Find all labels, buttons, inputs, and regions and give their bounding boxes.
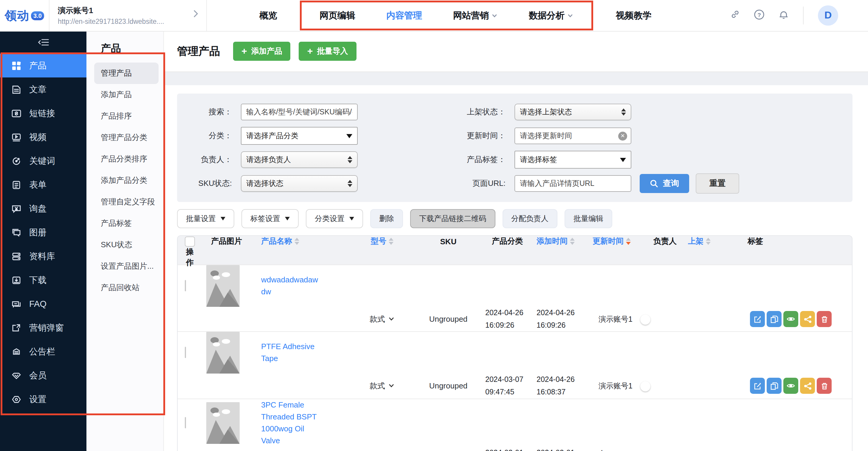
- row-checkbox[interactable]: [185, 347, 186, 358]
- product-image[interactable]: [206, 402, 240, 444]
- sidebar-item-notice-board[interactable]: 公告栏: [0, 340, 87, 363]
- column-header-updated[interactable]: 更新时间: [589, 236, 644, 247]
- sidebar-item-label: 公告栏: [29, 346, 55, 357]
- filter-row-2: 分类： 请选择产品分类 更新时间： ✕: [177, 127, 852, 145]
- sidebar-item-downloads[interactable]: 下载: [0, 268, 87, 292]
- query-button[interactable]: 查询: [640, 174, 689, 193]
- column-header-name[interactable]: 产品名称: [254, 236, 349, 247]
- submenu-item-manage-products[interactable]: 管理产品: [94, 63, 159, 84]
- column-header-owner: 负责人: [644, 236, 681, 247]
- reset-button[interactable]: 重置: [696, 173, 739, 194]
- bulk-edit-button[interactable]: 批量编辑: [564, 209, 612, 228]
- nav-site-marketing[interactable]: 网站营销: [438, 10, 513, 21]
- link-icon[interactable]: [730, 9, 740, 22]
- submenu-item-product-images[interactable]: 设置产品图片...: [87, 256, 163, 277]
- share-button[interactable]: [800, 311, 815, 327]
- category-select[interactable]: 请选择产品分类: [241, 127, 358, 145]
- page-url-input[interactable]: [515, 175, 631, 192]
- sidebar-item-marketing-popup[interactable]: 营销弹窗: [0, 316, 87, 340]
- preview-button[interactable]: [783, 311, 798, 327]
- column-header-model[interactable]: 型号: [349, 236, 415, 247]
- nav-content-management[interactable]: 内容管理: [371, 10, 438, 21]
- assign-owner-button[interactable]: 分配负责人: [502, 209, 557, 228]
- bell-icon[interactable]: [778, 9, 789, 22]
- delete-button[interactable]: 删除: [370, 209, 403, 228]
- tag-settings-button[interactable]: 标签设置: [242, 209, 299, 228]
- logo: 领动 3.0: [0, 0, 50, 31]
- row-checkbox[interactable]: [185, 417, 186, 428]
- sidebar-item-articles[interactable]: 文章: [0, 77, 87, 101]
- sidebar-item-settings[interactable]: 设置: [0, 387, 87, 411]
- sidebar-item-label: 会员: [29, 370, 46, 381]
- sidebar-item-members[interactable]: 会员: [0, 363, 87, 387]
- sku-status-select[interactable]: 请选择状态: [241, 175, 358, 192]
- avatar[interactable]: D: [818, 5, 838, 26]
- column-header-category: 产品分类: [482, 236, 533, 247]
- select-spinner-icon: [347, 156, 352, 163]
- sidebar-item-label: 表单: [29, 179, 46, 190]
- product-name-link[interactable]: PTFE Adhesive Tape: [254, 341, 319, 365]
- edit-button[interactable]: [750, 311, 765, 327]
- product-image[interactable]: [206, 332, 240, 374]
- product-name-link[interactable]: wdwadadwadawdw: [254, 274, 319, 298]
- sidebar-item-products[interactable]: 产品: [0, 54, 87, 77]
- sidebar-item-library[interactable]: 资料库: [0, 244, 87, 268]
- table-row: PTFE Adhesive Tape 款式 Ungrouped 2024-03-…: [178, 331, 852, 398]
- sidebar-item-shortlinks[interactable]: 短链接: [0, 101, 87, 125]
- sidebar-item-label: 视频: [29, 131, 46, 143]
- submenu-item-recycle-bin[interactable]: 产品回收站: [87, 277, 163, 298]
- submenu-item-custom-fields[interactable]: 管理自定义字段: [87, 191, 163, 213]
- submenu-item-manage-categories[interactable]: 管理产品分类: [87, 127, 163, 148]
- column-header-added[interactable]: 添加时间: [533, 236, 589, 247]
- sidebar-item-inquiries[interactable]: 询盘: [0, 197, 87, 220]
- share-button[interactable]: [800, 378, 815, 394]
- help-icon[interactable]: ?: [753, 9, 765, 22]
- update-time-input[interactable]: [515, 128, 631, 144]
- product-tag-select[interactable]: 请选择标签: [515, 151, 631, 169]
- submenu-item-product-sort[interactable]: 产品排序: [87, 105, 163, 127]
- submenu-item-add-category[interactable]: 添加产品分类: [87, 170, 163, 191]
- product-image[interactable]: [206, 265, 240, 307]
- bulk-import-button[interactable]: + 批量导入: [299, 42, 356, 61]
- delete-row-button[interactable]: [817, 378, 832, 394]
- updated-clock: 16:08:37: [536, 388, 565, 396]
- nav-data-analysis[interactable]: 数据分析: [513, 10, 589, 21]
- nav-video-tutorials[interactable]: 视频教学: [601, 10, 666, 21]
- add-product-button[interactable]: + 添加产品: [233, 42, 290, 61]
- download-qr-button[interactable]: 下载产品链接二维码: [410, 209, 495, 228]
- batch-settings-button[interactable]: 批量设置: [177, 209, 234, 228]
- submenu-item-category-sort[interactable]: 产品分类排序: [87, 148, 163, 170]
- preview-button[interactable]: [783, 378, 798, 394]
- submenu-item-sku-status[interactable]: SKU状态: [87, 234, 163, 256]
- tag-settings-label: 标签设置: [250, 214, 280, 224]
- product-name-link[interactable]: 3PC Female Threaded BSPT 1000wog Oil Val…: [254, 399, 319, 447]
- sidebar-item-albums[interactable]: 图册: [0, 220, 87, 244]
- copy-button[interactable]: [767, 378, 781, 394]
- sidebar-item-keywords[interactable]: 关键词: [0, 149, 87, 173]
- row-checkbox[interactable]: [185, 280, 186, 291]
- copy-button[interactable]: [767, 311, 781, 327]
- sidebar-item-videos[interactable]: 视频: [0, 125, 87, 149]
- caret-down-icon: [285, 217, 290, 220]
- submenu-item-add-product[interactable]: 添加产品: [87, 84, 163, 105]
- sidebar-item-forms[interactable]: 表单: [0, 173, 87, 197]
- sidebar-item-label: 文章: [29, 84, 46, 95]
- search-input[interactable]: [241, 104, 358, 120]
- nav-page-editor[interactable]: 网页编辑: [304, 10, 371, 21]
- sku-dropdown[interactable]: 款式: [349, 381, 415, 391]
- clear-icon[interactable]: ✕: [618, 132, 627, 140]
- shelf-status-select[interactable]: 请选择上架状态: [515, 104, 631, 120]
- submenu-item-product-tags[interactable]: 产品标签: [87, 213, 163, 234]
- edit-button[interactable]: [750, 378, 765, 394]
- delete-row-button[interactable]: [817, 311, 832, 327]
- nav-overview[interactable]: 概览: [245, 10, 291, 21]
- column-header-shelf[interactable]: 上架: [681, 236, 742, 247]
- sku-dropdown[interactable]: 款式: [349, 314, 415, 324]
- owner-select[interactable]: 请选择负责人: [241, 151, 358, 168]
- select-all-checkbox[interactable]: [185, 236, 195, 246]
- sidebar-collapse-button[interactable]: [0, 31, 87, 54]
- account-switcher[interactable]: 演示账号1 http://en-site29171823.ldwebsite..…: [50, 0, 207, 31]
- app-root: 领动 3.0 演示账号1 http://en-site29171823.ldwe…: [0, 0, 868, 451]
- category-settings-button[interactable]: 分类设置: [306, 209, 363, 228]
- sidebar-item-faq[interactable]: FAQ: [0, 292, 87, 316]
